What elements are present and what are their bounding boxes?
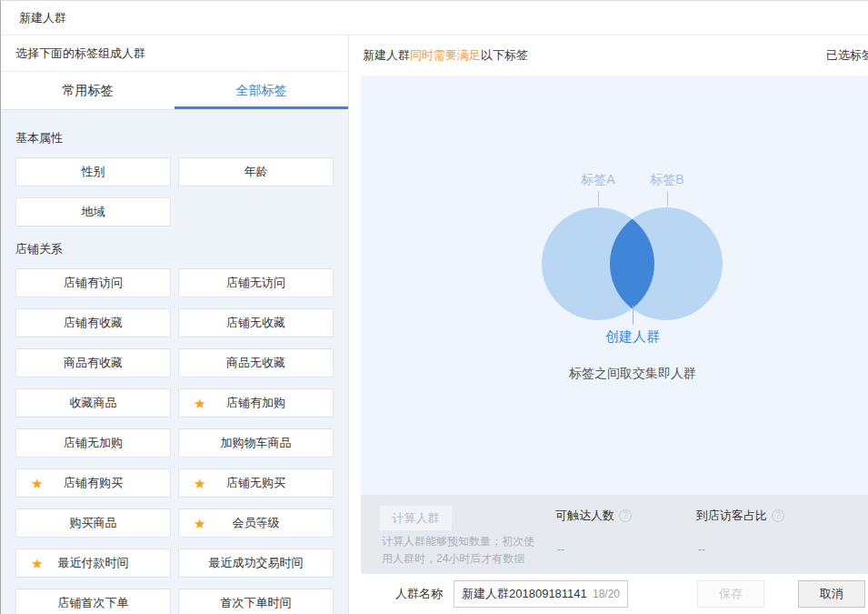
tag-label: 年龄 — [244, 164, 268, 180]
tag-label: 店铺无加购 — [64, 435, 123, 451]
venn-label-b: 标签B — [650, 172, 683, 188]
tag-button[interactable]: ★店铺无购买 — [178, 468, 334, 498]
metric-reachable-count: 可触达人数 ? — [555, 508, 632, 524]
save-button[interactable]: 保存 — [697, 580, 764, 608]
tag-button[interactable]: ★店铺有加购 — [178, 388, 334, 418]
tag-button[interactable]: 商品有收藏 — [15, 348, 171, 377]
tag-label: 店铺有加购 — [226, 395, 285, 411]
tag-label: 店铺无访问 — [226, 275, 285, 291]
tab[interactable]: 全部标签 — [175, 72, 348, 109]
tag-label: 商品无收藏 — [226, 355, 285, 371]
stats-bar: 计算人群 计算人群能够预知数量；初次使 用人群时，24小时后才有数据 可触达人数… — [361, 495, 868, 574]
section-title: 基本属性 — [15, 130, 334, 146]
tag-label: 店铺无购买 — [226, 475, 285, 491]
header-prefix: 新建人群 — [363, 48, 410, 62]
tag-label: 店铺有购买 — [64, 475, 123, 491]
tag-button[interactable]: 商品无收藏 — [178, 348, 334, 377]
tab[interactable]: 常用标签 — [1, 72, 175, 109]
tag-label: 最近成功交易时间 — [209, 555, 304, 571]
calculate-hint: 计算人群能够预知数量；初次使 用人群时，24小时后才有数据 — [382, 533, 534, 568]
venn-connector-a — [598, 191, 599, 206]
tag-button[interactable]: 最近成功交易时间 — [178, 549, 334, 578]
metric-visitor-value: -- — [698, 543, 705, 556]
tag-button[interactable]: ★会员等级 — [178, 508, 334, 538]
tag-label: 会员等级 — [233, 515, 280, 531]
preview-header-text: 新建人群同时需要满足以下标签 — [363, 47, 528, 64]
tag-button[interactable]: 年龄 — [178, 157, 334, 186]
tag-label: 店铺无收藏 — [226, 315, 285, 331]
audience-name-input[interactable] — [462, 588, 587, 601]
venn-panel: 标签A 标签B 创建人群 标签之间取交集即人群 — [361, 75, 868, 495]
tag-label: 商品有收藏 — [64, 355, 123, 371]
cancel-button[interactable]: 取消 — [798, 580, 865, 608]
star-icon: ★ — [194, 397, 205, 410]
venn-circles — [496, 207, 769, 320]
preview-header: 新建人群同时需要满足以下标签 已选标签 — [361, 35, 868, 75]
header-suffix: 以下标签 — [481, 48, 528, 62]
calculate-hint-line1: 计算人群能够预知数量；初次使 — [382, 533, 534, 550]
tag-button[interactable]: 加购物车商品 — [178, 428, 334, 458]
tag-button[interactable]: 店铺有收藏 — [15, 308, 171, 337]
create-audience-dialog: 新建人群 选择下面的标签组成人群 常用标签全部标签 基本属性性别年龄地域店铺关系… — [0, 0, 868, 614]
venn-diagram: 标签A 标签B 创建人群 标签之间取交集即人群 — [496, 172, 769, 383]
tag-button[interactable]: 店铺有访问 — [15, 268, 171, 297]
dialog-footer: 人群名称 18/20 保存 取消 — [361, 574, 868, 614]
tag-label: 收藏商品 — [70, 395, 117, 411]
calculate-hint-line2: 用人群时，24小时后才有数据 — [382, 550, 534, 568]
help-icon[interactable]: ? — [619, 509, 632, 522]
tag-picker-panel: 选择下面的标签组成人群 常用标签全部标签 基本属性性别年龄地域店铺关系店铺有访问… — [1, 35, 349, 614]
audience-preview-panel: 新建人群同时需要满足以下标签 已选标签 标签A 标签B — [361, 35, 868, 614]
tag-button[interactable]: 店铺无收藏 — [178, 308, 334, 337]
selected-tags-label: 已选标签 — [826, 47, 868, 64]
star-icon: ★ — [31, 477, 43, 490]
dialog-title-bar: 新建人群 — [1, 1, 868, 35]
tag-label: 最近付款时间 — [58, 555, 129, 571]
venn-label-a: 标签A — [581, 172, 614, 188]
tag-label: 购买商品 — [70, 515, 117, 531]
tag-label: 店铺首次下单 — [58, 595, 129, 611]
tag-label: 首次下单时间 — [221, 595, 292, 611]
tag-button[interactable]: 店铺首次下单 — [15, 589, 171, 614]
metric-reachable-value: -- — [557, 543, 564, 556]
dialog-body: 选择下面的标签组成人群 常用标签全部标签 基本属性性别年龄地域店铺关系店铺有访问… — [1, 35, 868, 614]
tag-picker-header: 选择下面的标签组成人群 — [1, 35, 348, 71]
tag-button[interactable]: 首次下单时间 — [178, 589, 334, 614]
metric-visitor-label: 到店访客占比 — [696, 508, 767, 524]
tag-label: 加购物车商品 — [221, 435, 292, 451]
venn-result-label: 创建人群 — [605, 328, 660, 346]
tag-tabs: 常用标签全部标签 — [1, 71, 348, 110]
star-icon: ★ — [31, 557, 43, 570]
dialog-title: 新建人群 — [19, 10, 66, 26]
venn-caption: 标签之间取交集即人群 — [569, 366, 696, 382]
tag-label: 店铺有访问 — [64, 275, 123, 291]
header-highlight: 同时需要满足 — [410, 48, 481, 62]
tag-label: 地域 — [82, 204, 105, 220]
tag-button[interactable]: ★店铺有购买 — [15, 468, 171, 498]
tag-label: 性别 — [82, 164, 105, 180]
tag-button[interactable]: 收藏商品 — [15, 388, 171, 418]
star-icon: ★ — [194, 477, 205, 490]
tag-grid: 店铺有访问店铺无访问店铺有收藏店铺无收藏商品有收藏商品无收藏收藏商品★店铺有加购… — [15, 268, 334, 614]
help-icon[interactable]: ? — [772, 509, 784, 522]
venn-connector-result — [633, 306, 634, 325]
tag-button[interactable]: ★最近付款时间 — [15, 549, 171, 578]
tag-button[interactable]: 性别 — [15, 157, 171, 186]
tag-sections: 基本属性性别年龄地域店铺关系店铺有访问店铺无访问店铺有收藏店铺无收藏商品有收藏商… — [1, 110, 348, 614]
tag-label: 店铺有收藏 — [64, 315, 123, 331]
metric-reachable-label: 可触达人数 — [555, 508, 614, 524]
tag-grid: 性别年龄地域 — [15, 157, 334, 226]
audience-name-field: 18/20 — [454, 580, 628, 608]
calculate-audience-button[interactable]: 计算人群 — [380, 506, 452, 530]
tag-button[interactable]: 店铺无加购 — [15, 428, 171, 458]
tag-button[interactable]: 地域 — [15, 197, 171, 226]
tag-button[interactable]: 购买商品 — [15, 508, 171, 538]
star-icon: ★ — [194, 517, 205, 530]
tag-button[interactable]: 店铺无访问 — [178, 268, 334, 297]
venn-connector-b — [667, 191, 668, 206]
audience-name-label: 人群名称 — [395, 586, 443, 602]
char-counter: 18/20 — [593, 588, 620, 600]
metric-visitor-ratio: 到店访客占比 ? — [696, 508, 784, 524]
section-title: 店铺关系 — [15, 241, 334, 257]
